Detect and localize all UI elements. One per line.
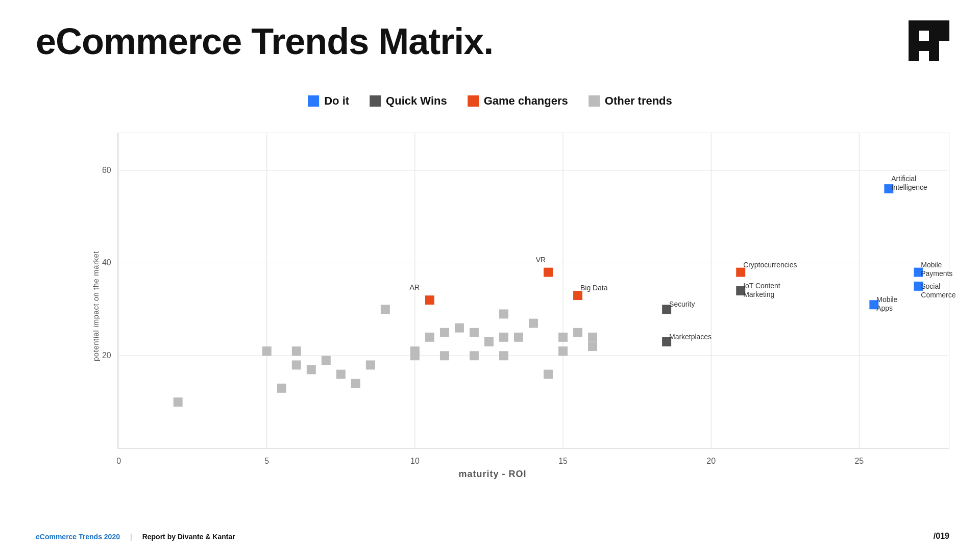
svg-rect-60 bbox=[558, 333, 568, 342]
legend-do-it-label: Do it bbox=[324, 94, 349, 108]
y-axis-label: potential impact on the market bbox=[91, 251, 100, 361]
svg-text:Marketplaces: Marketplaces bbox=[669, 333, 712, 341]
svg-rect-12 bbox=[929, 51, 939, 61]
svg-text:15: 15 bbox=[558, 457, 568, 465]
svg-rect-49 bbox=[455, 323, 464, 333]
page-number: /019 bbox=[934, 532, 949, 541]
svg-rect-52 bbox=[499, 333, 508, 342]
svg-rect-64 bbox=[588, 333, 597, 342]
svg-rect-11 bbox=[909, 51, 919, 61]
svg-text:Intelligence: Intelligence bbox=[891, 183, 927, 191]
quick-wins-color bbox=[370, 95, 381, 107]
svg-text:20: 20 bbox=[102, 351, 111, 360]
svg-rect-65 bbox=[588, 342, 597, 351]
svg-text:25: 25 bbox=[854, 457, 864, 465]
svg-rect-47 bbox=[425, 333, 434, 342]
game-changers-color bbox=[468, 95, 479, 107]
svg-rect-10 bbox=[939, 31, 949, 41]
svg-rect-7 bbox=[929, 41, 939, 51]
svg-rect-6 bbox=[909, 41, 919, 51]
legend-quick-wins: Quick Wins bbox=[370, 94, 447, 108]
svg-text:Cryptocurrencies: Cryptocurrencies bbox=[743, 261, 797, 269]
svg-rect-3 bbox=[909, 31, 919, 41]
legend-game-changers-label: Game changers bbox=[484, 94, 568, 108]
svg-rect-39 bbox=[322, 356, 331, 365]
svg-rect-5 bbox=[919, 41, 929, 51]
svg-rect-87 bbox=[573, 291, 582, 300]
svg-rect-0 bbox=[909, 20, 919, 31]
svg-text:Payments: Payments bbox=[921, 269, 952, 278]
svg-text:Mobile: Mobile bbox=[876, 295, 897, 304]
svg-rect-83 bbox=[544, 268, 553, 277]
footer: eCommerce Trends 2020 | Report by Divant… bbox=[36, 533, 949, 541]
svg-rect-51 bbox=[484, 337, 494, 346]
svg-rect-40 bbox=[336, 370, 346, 379]
footer-divider: | bbox=[130, 533, 132, 541]
svg-rect-57 bbox=[499, 351, 508, 360]
footer-report: Report by Divante & Kantar bbox=[142, 533, 235, 541]
svg-text:Social: Social bbox=[921, 282, 940, 290]
svg-text:VR: VR bbox=[536, 256, 546, 264]
legend: Do it Quick Wins Game changers Other tre… bbox=[308, 94, 672, 108]
legend-other-trends: Other trends bbox=[589, 94, 672, 108]
svg-rect-50 bbox=[470, 328, 479, 337]
svg-text:Apps: Apps bbox=[876, 304, 893, 312]
footer-brand: eCommerce Trends 2020 bbox=[36, 533, 120, 541]
svg-rect-85 bbox=[425, 295, 434, 305]
svg-rect-15 bbox=[939, 51, 949, 61]
x-axis-label: maturity - ROI bbox=[458, 469, 526, 480]
svg-rect-48 bbox=[440, 328, 449, 337]
svg-text:Big Data: Big Data bbox=[580, 284, 608, 292]
chart-inner: 0510152025204060ArtificialIntelligenceMo… bbox=[117, 133, 949, 449]
svg-text:IoT Content: IoT Content bbox=[743, 282, 780, 290]
svg-rect-58 bbox=[499, 309, 508, 318]
svg-text:AR: AR bbox=[410, 283, 420, 291]
legend-quick-wins-label: Quick Wins bbox=[386, 94, 447, 108]
svg-rect-54 bbox=[410, 346, 420, 356]
svg-rect-43 bbox=[292, 346, 301, 356]
svg-rect-55 bbox=[440, 351, 449, 360]
svg-rect-35 bbox=[174, 397, 183, 407]
svg-text:Commerce: Commerce bbox=[921, 291, 955, 299]
svg-text:Marketing: Marketing bbox=[743, 290, 774, 298]
svg-text:Mobile: Mobile bbox=[921, 261, 942, 269]
do-it-color bbox=[308, 95, 319, 107]
svg-text:40: 40 bbox=[102, 258, 111, 267]
svg-rect-2 bbox=[929, 20, 939, 31]
svg-rect-61 bbox=[573, 328, 582, 337]
svg-rect-44 bbox=[262, 346, 272, 356]
svg-text:5: 5 bbox=[264, 457, 269, 465]
svg-rect-42 bbox=[366, 360, 375, 369]
svg-rect-37 bbox=[292, 360, 301, 369]
legend-do-it: Do it bbox=[308, 94, 349, 108]
page-title: eCommerce Trends Matrix. bbox=[36, 20, 493, 62]
svg-text:0: 0 bbox=[116, 457, 121, 465]
svg-text:10: 10 bbox=[410, 457, 420, 465]
svg-rect-59 bbox=[529, 319, 538, 328]
svg-rect-4 bbox=[929, 31, 939, 41]
svg-rect-41 bbox=[351, 379, 360, 388]
svg-rect-8 bbox=[939, 20, 949, 31]
svg-rect-78 bbox=[736, 268, 745, 277]
svg-rect-62 bbox=[544, 370, 553, 379]
svg-rect-1 bbox=[919, 20, 929, 31]
chart-area: potential impact on the market 051015202… bbox=[36, 122, 949, 490]
svg-rect-38 bbox=[307, 365, 316, 374]
svg-rect-45 bbox=[381, 305, 390, 314]
svg-rect-13 bbox=[919, 51, 929, 61]
svg-rect-9 bbox=[919, 31, 929, 41]
svg-text:60: 60 bbox=[102, 166, 111, 174]
svg-rect-36 bbox=[277, 384, 286, 393]
svg-rect-56 bbox=[470, 351, 479, 360]
svg-text:Artificial: Artificial bbox=[891, 174, 916, 183]
svg-rect-14 bbox=[939, 41, 949, 51]
svg-text:20: 20 bbox=[706, 457, 716, 465]
legend-game-changers: Game changers bbox=[468, 94, 568, 108]
other-trends-color bbox=[589, 95, 600, 107]
logo bbox=[909, 20, 949, 61]
legend-other-trends-label: Other trends bbox=[605, 94, 672, 108]
svg-text:Security: Security bbox=[669, 300, 695, 308]
svg-rect-53 bbox=[514, 333, 523, 342]
svg-rect-63 bbox=[558, 346, 568, 356]
